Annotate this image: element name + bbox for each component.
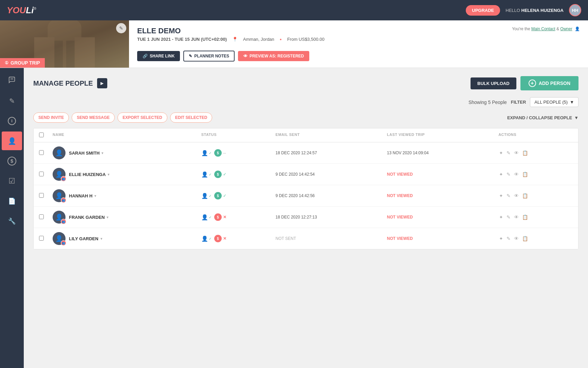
row-checkbox[interactable] [39, 193, 44, 198]
table-row: 👤 👥 HANNAH H ▾ 👤✓ $ ✓ 9 DEC 2020 14:42:5… [34, 185, 578, 207]
clipboard-icon[interactable]: 📋 [521, 192, 529, 199]
sparkle-icon[interactable]: ✦ [498, 214, 504, 221]
sidebar-item-doc[interactable]: 📄 [2, 192, 22, 210]
group-trip-badge: ① GROUP TRIP [0, 58, 45, 68]
chevron-down-icon[interactable]: ▾ [108, 173, 109, 176]
expand-collapse-button[interactable]: EXPAND / COLLAPSE PEOPLE ▼ [507, 115, 578, 120]
person-name: SARAH SMITH ▾ [69, 151, 103, 156]
chevron-down-icon[interactable]: ▾ [102, 151, 103, 155]
person-status-icon: 👤✓ [201, 150, 212, 156]
person-cell: 👤 👥 LILY GARDEN ▾ [53, 232, 201, 245]
clipboard-icon[interactable]: 📋 [521, 171, 529, 178]
clipboard-icon[interactable]: 📋 [521, 150, 529, 156]
select-all-checkbox[interactable] [39, 133, 44, 137]
chevron-down-icon[interactable]: ▾ [107, 215, 108, 219]
main-contact-link[interactable]: Main Contact [531, 27, 555, 31]
group-icon: ① [5, 60, 8, 65]
play-icon: ▶ [100, 81, 104, 86]
view-icon[interactable]: 👁 [513, 192, 519, 199]
hello-text: HELLO HELENA HUIZENGA [506, 8, 564, 13]
showing-count: Showing 5 People [468, 100, 507, 105]
send-message-button[interactable]: SEND MESSAGE [72, 112, 115, 123]
sparkle-icon[interactable]: ✦ [498, 150, 504, 156]
owner-link[interactable]: Owner [560, 27, 572, 31]
bulk-actions-row: SEND INVITE SEND MESSAGE EXPORT SELECTED… [33, 112, 578, 123]
edit-icon[interactable]: ✎ [506, 235, 511, 242]
pencil-icon: ✎ [119, 25, 123, 31]
avatar: 👤 👥 [53, 168, 66, 181]
chevron-down-icon[interactable]: ▾ [94, 194, 96, 198]
preview-button[interactable]: 👁 PREVIEW AS: REGISTERED [238, 51, 309, 61]
avatar-icon: 👤 [55, 149, 63, 157]
view-icon[interactable]: 👁 [513, 235, 519, 242]
edit-icon[interactable]: ✎ [506, 150, 511, 156]
sparkle-icon[interactable]: ✦ [498, 235, 504, 242]
avatar: 👤 👥 [53, 211, 66, 224]
actions-cell: ✦ ✎ 👁 📋 [498, 235, 573, 242]
app-logo: YOULi® [7, 5, 36, 16]
sparkle-icon[interactable]: ✦ [498, 192, 504, 199]
content-area: MANAGE PEOPLE ▶ BULK UPLOAD + ADD PERSON… [24, 68, 588, 368]
table-row: 👤 👥 ELLIE HUIZENGA ▾ 👤✓ $ ✓ 9 DEC 2020 1… [34, 164, 578, 185]
avatar[interactable]: HH [569, 4, 581, 16]
sidebar-item-checklist[interactable]: ☑ [2, 172, 22, 190]
avatar-badge: 👥 [61, 176, 66, 181]
edit-image-button[interactable]: ✎ [116, 23, 126, 33]
dollar-status-icon: $ [214, 213, 222, 221]
sparkle-icon[interactable]: ✦ [498, 171, 504, 178]
trip-price: From US$3,500.00 [287, 37, 325, 42]
row-checkbox[interactable] [39, 214, 44, 219]
add-person-button[interactable]: + ADD PERSON [520, 76, 578, 90]
sidebar-item-people[interactable]: 👤 [2, 132, 22, 150]
edit-selected-button[interactable]: EDIT SELECTED [170, 112, 213, 123]
planner-notes-button[interactable]: ✎ PLANNER NOTES [183, 51, 235, 62]
status-cell: 👤✓ $ ··· [201, 149, 276, 157]
chevron-down-icon[interactable]: ▾ [100, 237, 102, 241]
sidebar-item-settings[interactable]: 🔧 [2, 212, 22, 230]
info-icon: i [8, 117, 16, 125]
view-icon[interactable]: 👁 [513, 214, 519, 221]
row-checkbox[interactable] [39, 172, 44, 176]
row-checkbox[interactable] [39, 236, 44, 241]
check-icon: ✓ [223, 193, 226, 198]
dollar-status-icon: $ [214, 171, 222, 178]
view-icon[interactable]: 👁 [513, 150, 519, 156]
trip-details: ELLE DEMO TUE 1 JUN 2021 - TUE 15 JUN (U… [129, 20, 588, 68]
email-sent: NOT SENT [276, 236, 387, 241]
edit-icon[interactable]: ✎ [506, 171, 511, 178]
page-title: MANAGE PEOPLE [33, 80, 93, 87]
plus-circle-icon: + [529, 80, 536, 87]
last-viewed: NOT VIEWED [387, 236, 498, 241]
edit-icon[interactable]: ✎ [506, 192, 511, 199]
table-row: 👤 SARAH SMITH ▾ 👤✓ $ ··· 18 DEC 2020 12:… [34, 142, 578, 164]
share-link-button[interactable]: 🔗 SHARE LINK [137, 51, 180, 61]
edit-icon[interactable]: ✎ [506, 214, 511, 221]
person-name: LILY GARDEN ▾ [69, 236, 102, 241]
dollar-status-icon: $ [214, 235, 222, 242]
bulk-upload-button[interactable]: BULK UPLOAD [471, 77, 516, 89]
person-name: ELLIE HUIZENGA ▾ [69, 172, 109, 177]
export-selected-button[interactable]: EXPORT SELECTED [117, 112, 167, 123]
sidebar-item-pencil[interactable]: ✎ [2, 91, 22, 110]
person-status-icon: 👤✓ [201, 214, 212, 221]
send-invite-button[interactable]: SEND INVITE [33, 112, 69, 123]
email-sent: 9 DEC 2020 14:42:56 [276, 193, 387, 198]
play-video-button[interactable]: ▶ [97, 78, 107, 88]
sidebar-item-chat[interactable] [2, 71, 22, 90]
dots-icon: ··· [223, 150, 226, 156]
sidebar-item-dollar[interactable]: $ [2, 152, 22, 170]
wrench-icon: 🔧 [8, 217, 16, 225]
clipboard-icon[interactable]: 📋 [521, 214, 529, 221]
filter-dropdown[interactable]: ALL PEOPLE (5) ▼ [530, 97, 578, 107]
upgrade-button[interactable]: UPGRADE [466, 5, 500, 16]
trip-meta: TUE 1 JUN 2021 - TUE 15 JUN (UTC+02:00) … [137, 37, 325, 42]
sidebar-item-info[interactable]: i [2, 111, 22, 130]
people-table: NAME STATUS EMAIL SENT LAST VIEWED TRIP … [33, 128, 578, 249]
nav-right: UPGRADE HELLO HELENA HUIZENGA HH [466, 4, 581, 16]
top-nav: YOULi® UPGRADE HELLO HELENA HUIZENGA HH [0, 0, 588, 20]
row-checkbox[interactable] [39, 150, 44, 155]
view-icon[interactable]: 👁 [513, 171, 519, 178]
clipboard-icon[interactable]: 📋 [521, 235, 529, 242]
col-actions: ACTIONS [498, 133, 573, 138]
email-sent: 18 DEC 2020 12:24:57 [276, 151, 387, 155]
